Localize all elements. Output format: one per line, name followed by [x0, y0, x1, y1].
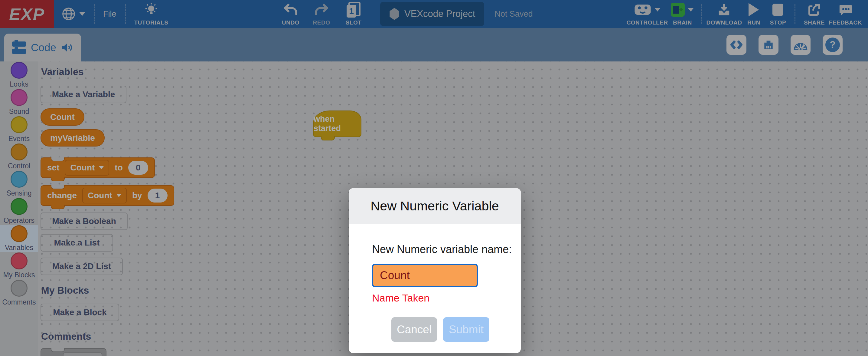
modal-body: New Numeric variable name: Name Taken Ca…	[349, 224, 521, 342]
variable-name-input[interactable]	[372, 264, 478, 287]
modal-header: New Numeric Variable	[349, 188, 521, 224]
cancel-button[interactable]: Cancel	[391, 317, 437, 342]
submit-button[interactable]: Submit	[443, 317, 489, 342]
modal-title: New Numeric Variable	[371, 199, 499, 213]
modal-actions: Cancel Submit	[391, 317, 521, 342]
new-variable-modal: New Numeric Variable New Numeric variabl…	[349, 188, 521, 353]
variable-name-label: New Numeric variable name:	[372, 243, 521, 256]
name-taken-error: Name Taken	[372, 292, 521, 304]
